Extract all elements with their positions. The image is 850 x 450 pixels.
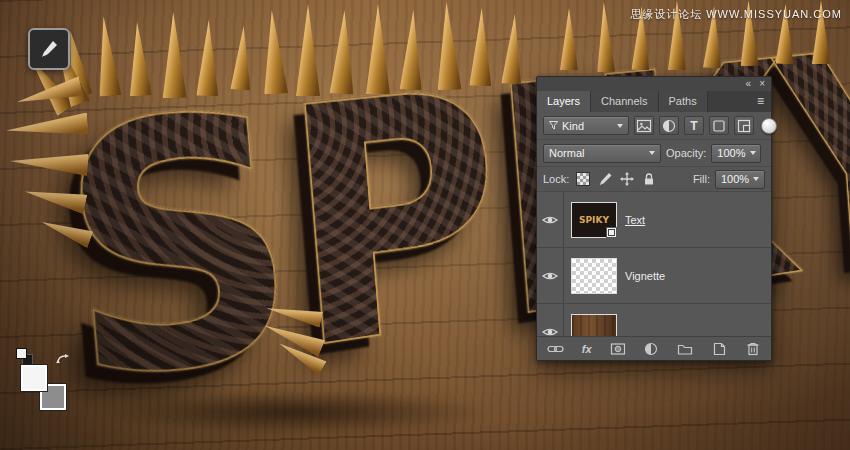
- filter-smart-objects-button[interactable]: [734, 116, 754, 135]
- add-layer-mask-button[interactable]: [610, 341, 626, 357]
- filter-adjustment-layers-button[interactable]: [659, 116, 679, 135]
- layer-name[interactable]: Vignette: [625, 270, 665, 282]
- eye-icon: [542, 270, 558, 282]
- move-icon: [620, 172, 634, 186]
- filter-type-layers-button[interactable]: T: [684, 116, 704, 135]
- blend-row: Normal Opacity: 100%: [537, 140, 771, 167]
- type-icon: T: [690, 120, 697, 132]
- tab-layers[interactable]: Layers: [537, 91, 591, 112]
- layer-style-button[interactable]: fx: [582, 343, 592, 355]
- swap-colors-icon[interactable]: [56, 354, 70, 366]
- fill-label: Fill:: [693, 173, 710, 185]
- chevron-down-icon: [750, 151, 756, 155]
- new-layer-button[interactable]: [711, 341, 727, 357]
- panel-tabs: Layers Channels Paths ≡: [537, 91, 771, 113]
- lock-position-button[interactable]: [618, 171, 635, 188]
- opacity-label: Opacity:: [666, 147, 706, 159]
- close-panel-icon[interactable]: ×: [759, 79, 765, 89]
- brush-tool-button[interactable]: [28, 28, 70, 70]
- delete-layer-button[interactable]: [745, 341, 761, 357]
- transparency-icon: [576, 172, 590, 186]
- eye-icon: [542, 214, 558, 226]
- panel-titlebar: « ×: [537, 77, 771, 92]
- brush-icon: [39, 39, 59, 59]
- visibility-toggle[interactable]: [537, 304, 564, 338]
- site-watermark: 思缘设计论坛 WWW.MISSYUAN.COM: [630, 7, 842, 22]
- lock-icon: [642, 172, 656, 186]
- tab-channels[interactable]: Channels: [591, 91, 658, 112]
- lock-all-button[interactable]: [640, 171, 657, 188]
- filter-toggle-switch[interactable]: [761, 118, 777, 134]
- lock-row: Lock: Fill: 100%: [537, 167, 771, 192]
- image-icon: [636, 118, 652, 134]
- layer-name[interactable]: Text: [625, 214, 645, 226]
- shape-icon: [711, 118, 727, 134]
- photoshop-canvas: SPIKY SPIKY 思缘设计论坛 WWW.MISSYUAN.COM « ×: [0, 0, 850, 450]
- layer-row-background[interactable]: [537, 304, 771, 338]
- layers-list: SPIKY Text Vignette: [537, 192, 771, 338]
- layer-mask-icon: [610, 341, 626, 357]
- color-swatches: [14, 348, 80, 426]
- lock-transparency-button[interactable]: [574, 171, 591, 188]
- visibility-toggle[interactable]: [537, 192, 564, 247]
- layer-thumbnail[interactable]: SPIKY: [571, 202, 617, 238]
- default-colors-icon[interactable]: [16, 348, 27, 359]
- funnel-icon: [549, 121, 558, 130]
- link-icon: [547, 341, 564, 357]
- foreground-color-swatch[interactable]: [20, 364, 48, 392]
- layer-thumbnail[interactable]: [571, 258, 617, 294]
- tab-paths[interactable]: Paths: [659, 91, 708, 112]
- visibility-toggle[interactable]: [537, 248, 564, 303]
- adjustment-icon: [643, 341, 659, 357]
- smart-object-badge-icon: [606, 227, 617, 238]
- brush-icon: [598, 172, 612, 186]
- chevron-down-icon: [649, 151, 655, 155]
- chevron-down-icon: [753, 177, 759, 181]
- filter-pixel-layers-button[interactable]: [634, 116, 654, 135]
- lock-label: Lock:: [543, 173, 569, 185]
- smart-object-icon: [736, 118, 752, 134]
- lock-paint-button[interactable]: [596, 171, 613, 188]
- filter-kind-select[interactable]: Kind: [543, 116, 629, 135]
- layers-panel: « × Layers Channels Paths ≡ Kind: [536, 76, 772, 361]
- panel-menu-icon[interactable]: ≡: [750, 91, 771, 112]
- layer-thumbnail[interactable]: [571, 314, 617, 339]
- new-layer-icon: [711, 341, 727, 357]
- new-group-button[interactable]: [677, 341, 693, 357]
- layer-row-vignette[interactable]: Vignette: [537, 248, 771, 304]
- link-layers-button[interactable]: [547, 341, 564, 357]
- fill-select[interactable]: 100%: [715, 170, 765, 189]
- chevron-down-icon: [617, 124, 623, 128]
- folder-icon: [677, 341, 693, 357]
- layer-row-text[interactable]: SPIKY Text: [537, 192, 771, 248]
- filter-shape-layers-button[interactable]: [709, 116, 729, 135]
- opacity-select[interactable]: 100%: [711, 144, 761, 163]
- filter-row: Kind T: [537, 112, 771, 140]
- panel-footer: fx: [537, 336, 771, 360]
- add-adjustment-layer-button[interactable]: [643, 341, 659, 357]
- blend-mode-select[interactable]: Normal: [543, 144, 661, 163]
- half-circle-icon: [661, 118, 677, 134]
- trash-icon: [745, 341, 761, 357]
- collapse-panel-icon[interactable]: «: [746, 79, 752, 89]
